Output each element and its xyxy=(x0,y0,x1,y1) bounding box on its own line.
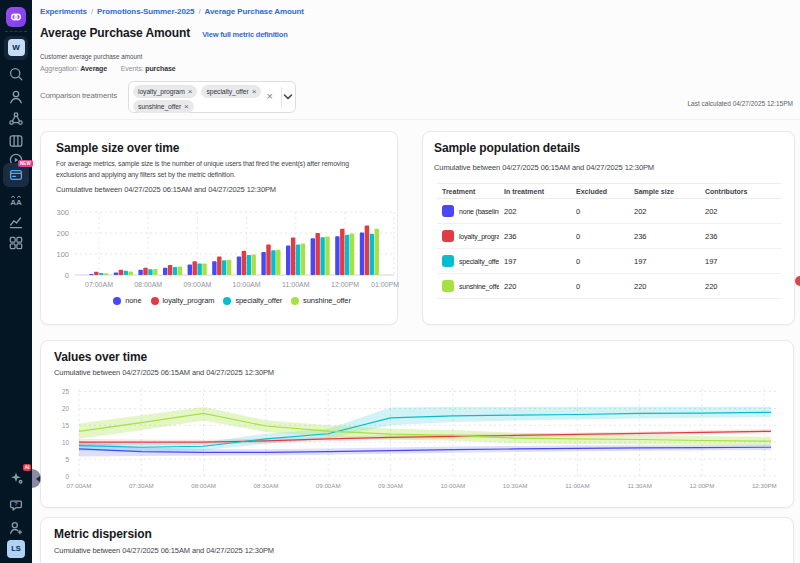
table-cell: 220 xyxy=(499,274,571,299)
table-cell: 236 xyxy=(629,224,700,249)
workspace-badge: W xyxy=(8,39,25,56)
svg-text:07:00AM: 07:00AM xyxy=(85,281,113,288)
svg-text:07:00AM: 07:00AM xyxy=(67,482,92,489)
svg-text:10:00AM: 10:00AM xyxy=(233,281,261,288)
apps-icon xyxy=(8,235,24,251)
view-metric-definition-link[interactable]: View full metric definition xyxy=(202,30,287,39)
table-cell: 197 xyxy=(629,249,700,274)
svg-text:300: 300 xyxy=(56,208,69,217)
metrics-icon xyxy=(8,214,24,230)
svg-text:AA: AA xyxy=(10,198,22,207)
column-header-in-treatment: In treatment xyxy=(499,184,571,199)
comparison-treatments-label: Comparison treatments xyxy=(40,91,117,100)
svg-text:08:00AM: 08:00AM xyxy=(191,482,216,489)
breadcrumb-experiments[interactable]: Experiments xyxy=(40,7,87,16)
breadcrumb-current-page[interactable]: Average Purchase Amount xyxy=(205,7,304,16)
column-header-excluded: Excluded xyxy=(571,184,629,199)
columns-icon xyxy=(8,133,24,149)
treatment-name: sunshine_offer xyxy=(459,283,499,290)
legend-label: sunshine_offer xyxy=(303,296,351,305)
treatment-name: loyalty_program xyxy=(459,233,499,240)
chip-label: specialty_offer xyxy=(206,88,248,95)
table-cell: 202 xyxy=(700,199,781,224)
values-card: Values over time Cumulative between 04/2… xyxy=(40,340,794,508)
table-cell: 0 xyxy=(571,249,629,274)
org-icon xyxy=(8,111,24,127)
chip-remove-icon[interactable]: × xyxy=(252,87,257,96)
svg-text:01:00PM: 01:00PM xyxy=(371,281,399,288)
treatment-name: none (baseline) xyxy=(459,208,499,215)
treatment-chip-specialty_offer[interactable]: specialty_offer× xyxy=(201,85,261,98)
sidebar-item-workspace-badge[interactable]: W xyxy=(4,36,28,60)
values-line-chart: 051015202507:00AM07:30AM08:00AM08:30AM09… xyxy=(41,383,795,503)
user-icon xyxy=(8,89,24,105)
treatments-multiselect[interactable]: loyalty_program×specialty_offer×sunshine… xyxy=(128,81,296,113)
svg-text:25: 25 xyxy=(62,388,70,395)
page-title: Average Purchase Amount xyxy=(40,26,190,40)
sidebar-item-search[interactable] xyxy=(4,62,28,86)
population-cumulative: Cumulative between 04/27/2025 06:15AM an… xyxy=(434,163,654,172)
events-label: Events: xyxy=(121,65,144,72)
metric-meta-row: Aggregation: Average Events: purchase xyxy=(40,65,176,72)
svg-text:12:00PM: 12:00PM xyxy=(331,281,359,288)
population-card: Sample population details Cumulative bet… xyxy=(422,131,795,325)
sidebar-item-experiments[interactable]: NEW xyxy=(3,163,29,187)
values-title: Values over time xyxy=(54,350,147,364)
sample-size-cumulative: Cumulative between 04/27/2025 06:15AM an… xyxy=(56,185,276,194)
chevron-down-icon[interactable] xyxy=(283,94,293,100)
table-row-sunshine_offer: sunshine_offer2200220220 xyxy=(437,274,781,299)
ab-test-icon: AA xyxy=(8,193,24,209)
breadcrumb-experiment-name[interactable]: Promotions-Summer-2025 xyxy=(97,7,194,16)
svg-text:10:30AM: 10:30AM xyxy=(503,482,528,489)
column-header-treatment: Treatment xyxy=(437,184,499,199)
dispersion-card: Metric dispersion Cumulative between 04/… xyxy=(40,517,794,563)
treatment-chip-sunshine_offer[interactable]: sunshine_offer× xyxy=(133,100,194,113)
chip-remove-icon[interactable]: × xyxy=(184,102,189,111)
sidebar-item-support[interactable]: ? xyxy=(4,494,28,518)
chip-label: sunshine_offer xyxy=(138,103,181,110)
svg-text:15: 15 xyxy=(62,422,70,429)
table-row-specialty_offer: specialty_offer1970197197 xyxy=(437,249,781,274)
population-title: Sample population details xyxy=(434,141,580,155)
chip-remove-icon[interactable]: × xyxy=(188,87,193,96)
svg-text:08:30AM: 08:30AM xyxy=(254,482,279,489)
sample-size-bar-chart: 010020030007:00AM08:00AM09:00AM10:00AM11… xyxy=(41,198,399,292)
notification-dot[interactable] xyxy=(795,276,800,286)
legend-item-specialty_offer[interactable]: specialty_offer xyxy=(223,296,282,305)
sample-size-card: Sample size over time For average metric… xyxy=(40,131,398,325)
legend-dot xyxy=(151,297,159,305)
treatment-swatch xyxy=(442,280,454,292)
treatment-swatch xyxy=(442,230,454,242)
search-icon xyxy=(8,66,24,82)
table-cell: 220 xyxy=(629,274,700,299)
legend-item-loyalty_program[interactable]: loyalty_program xyxy=(151,296,215,305)
svg-text:5: 5 xyxy=(65,456,69,463)
legend-label: none xyxy=(125,296,141,305)
app-logo-icon[interactable] xyxy=(6,7,26,27)
sample-size-title: Sample size over time xyxy=(56,141,179,155)
breadcrumb-separator: / xyxy=(198,7,200,16)
table-cell: 197 xyxy=(700,249,781,274)
chip-label: loyalty_program xyxy=(138,88,185,95)
main-content: Experiments/Promotions-Summer-2025/Avera… xyxy=(32,0,800,563)
table-cell: 197 xyxy=(499,249,571,274)
svg-text:08:00AM: 08:00AM xyxy=(134,281,162,288)
sidebar-item-org[interactable] xyxy=(4,107,28,131)
svg-text:0: 0 xyxy=(65,473,69,480)
table-cell: 0 xyxy=(571,224,629,249)
events-value: purchase xyxy=(145,65,175,72)
treatment-chip-loyalty_program[interactable]: loyalty_program× xyxy=(133,85,197,98)
population-table: TreatmentIn treatmentExcludedSample size… xyxy=(437,183,781,299)
sidebar-item-user[interactable] xyxy=(4,85,28,109)
sidebar-item-apps[interactable] xyxy=(4,231,28,255)
legend-dot xyxy=(223,297,231,305)
svg-text:11:00AM: 11:00AM xyxy=(282,281,310,288)
legend-item-none[interactable]: none xyxy=(113,296,141,305)
svg-text:11:00AM: 11:00AM xyxy=(565,482,589,489)
sidebar-divider xyxy=(5,31,27,32)
clear-selection-icon[interactable]: × xyxy=(267,91,273,102)
treatment-swatch xyxy=(442,255,454,267)
sidebar-item-avatar[interactable]: LS xyxy=(4,537,28,561)
sidebar-item-ai[interactable]: AI xyxy=(4,466,28,490)
legend-item-sunshine_offer[interactable]: sunshine_offer xyxy=(291,296,351,305)
